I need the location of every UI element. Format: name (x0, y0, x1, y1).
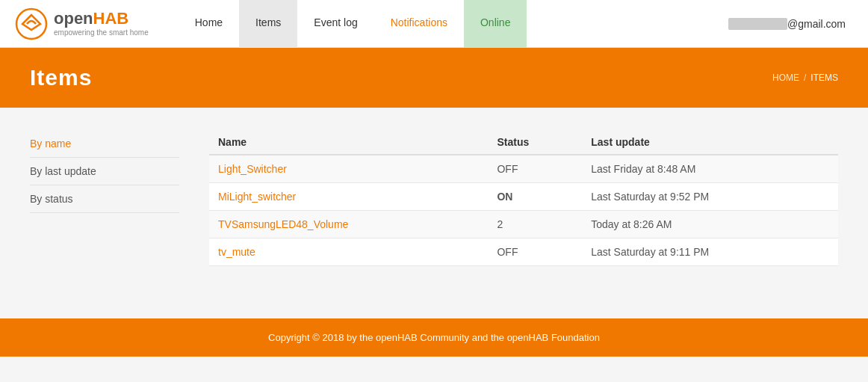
nav-item-items[interactable]: Items (239, 0, 297, 48)
breadcrumb-separator: / (804, 73, 806, 83)
item-last-update-cell: Last Friday at 8:48 AM (582, 155, 838, 183)
breadcrumb-home[interactable]: HOME (772, 73, 799, 83)
item-name-cell: MiLight_switcher (209, 183, 488, 211)
logo-text: openHAB empowering the smart home (54, 10, 149, 37)
col-header-status: Status (488, 130, 582, 155)
nav-item-event-log[interactable]: Event log (297, 0, 373, 48)
table-row: Light_SwitcherOFFLast Friday at 8:48 AM (209, 155, 838, 183)
logo-open: open (54, 9, 93, 28)
item-status-cell: ON (488, 183, 582, 211)
user-email-username: ████████ (728, 18, 787, 30)
item-name-cell: TVSamsungLED48_Volume (209, 211, 488, 238)
nav-item-online[interactable]: Online (464, 0, 527, 48)
item-name-link[interactable]: Light_Switcher (218, 163, 287, 175)
page-title: Items (30, 65, 92, 90)
item-name-link[interactable]: tv_mute (218, 246, 255, 258)
col-header-last-update: Last update (582, 130, 838, 155)
header: openHAB empowering the smart home Home I… (0, 0, 868, 48)
logo-tagline: empowering the smart home (54, 28, 149, 37)
main-content: By name By last update By status Name St… (0, 108, 868, 289)
item-name-link[interactable]: TVSamsungLED48_Volume (218, 218, 348, 230)
svg-point-0 (16, 9, 46, 39)
hero-banner: Items HOME / ITEMS (0, 48, 868, 108)
item-status-cell: OFF (488, 155, 582, 183)
user-email-domain: @gmail.com (787, 18, 846, 30)
table-row: tv_muteOFFLast Saturday at 9:11 PM (209, 238, 838, 266)
footer: Copyright © 2018 by the openHAB Communit… (0, 318, 868, 357)
logo-name: openHAB (54, 10, 149, 27)
table-row: TVSamsungLED48_Volume2Today at 8:26 AM (209, 211, 838, 238)
item-last-update-cell: Last Saturday at 9:52 PM (582, 183, 838, 211)
nav-item-home[interactable]: Home (179, 0, 239, 48)
logo[interactable]: openHAB empowering the smart home (15, 7, 149, 40)
item-name-cell: tv_mute (209, 238, 488, 266)
item-status-cell: OFF (488, 238, 582, 266)
items-table-area: Name Status Last update Light_SwitcherOF… (209, 130, 838, 266)
items-table: Name Status Last update Light_SwitcherOF… (209, 130, 838, 266)
logo-hab: HAB (93, 9, 129, 28)
col-header-name: Name (209, 130, 488, 155)
sidebar-item-by-status[interactable]: By status (30, 185, 179, 213)
item-last-update-cell: Last Saturday at 9:11 PM (582, 238, 838, 266)
user-email: ████████@gmail.com (721, 18, 853, 30)
breadcrumb-current: ITEMS (810, 73, 838, 83)
item-name-link[interactable]: MiLight_switcher (218, 191, 296, 203)
item-name-cell: Light_Switcher (209, 155, 488, 183)
table-header-row: Name Status Last update (209, 130, 838, 155)
table-row: MiLight_switcherONLast Saturday at 9:52 … (209, 183, 838, 211)
openhab-logo-icon (15, 7, 48, 40)
sidebar-item-by-last-update[interactable]: By last update (30, 158, 179, 185)
sidebar-item-by-name[interactable]: By name (30, 130, 179, 158)
item-status-cell: 2 (488, 211, 582, 238)
nav-item-notifications[interactable]: Notifications (374, 0, 464, 48)
item-last-update-cell: Today at 8:26 AM (582, 211, 838, 238)
sidebar: By name By last update By status (30, 130, 179, 266)
breadcrumb: HOME / ITEMS (772, 73, 838, 83)
main-nav: Home Items Event log Notifications Onlin… (179, 0, 721, 48)
footer-text: Copyright © 2018 by the openHAB Communit… (268, 332, 600, 343)
